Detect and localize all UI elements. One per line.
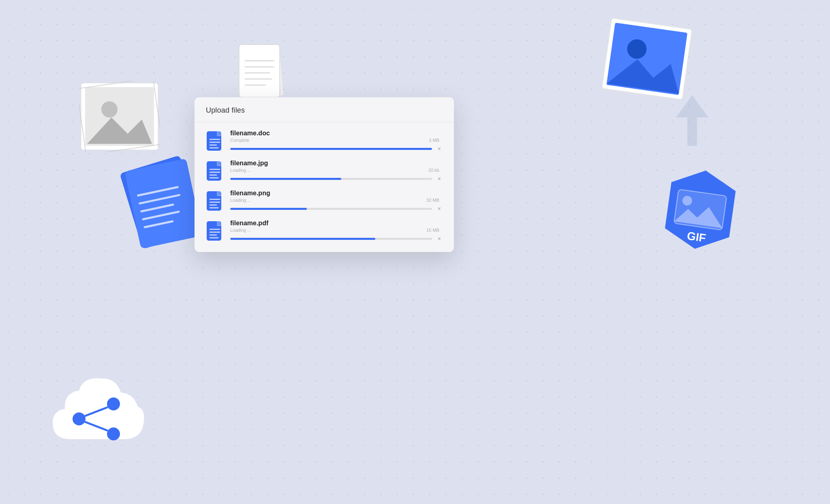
svg-marker-44	[217, 161, 222, 166]
file-name: filename.pdf	[230, 220, 443, 227]
progress-bar-fill	[230, 238, 375, 240]
file-meta: Loading ... 15 MB	[230, 228, 443, 233]
file-icon	[206, 130, 224, 152]
svg-point-34	[107, 427, 120, 440]
file-status: Loading ...	[230, 168, 251, 173]
progress-bar-bg	[230, 178, 432, 180]
svg-text:GIF: GIF	[686, 229, 707, 244]
file-name: filename.png	[230, 190, 443, 197]
file-info: filename.pdf Loading ... 15 MB ×	[230, 220, 443, 242]
file-item: filename.pdf Loading ... 15 MB ×	[206, 220, 443, 242]
dialog-header: Upload files	[195, 97, 454, 122]
upload-dialog: Upload files filename.doc Complete 3 MB …	[195, 97, 454, 252]
file-meta: Loading ... 32 MB	[230, 198, 443, 203]
progress-bar-fill	[230, 208, 307, 210]
progress-bar-fill	[230, 148, 432, 150]
deco-grey-photo	[79, 81, 160, 152]
deco-gif-badge: GIF	[659, 165, 742, 254]
svg-marker-38	[217, 131, 222, 136]
progress-bar-bg	[230, 208, 432, 210]
deco-upload-arrow	[668, 93, 717, 154]
file-size: 32 MB	[426, 198, 439, 203]
file-info: filename.doc Complete 3 MB ×	[230, 130, 443, 152]
file-meta: Loading ... 20 kb	[230, 168, 443, 173]
close-button[interactable]: ×	[436, 205, 443, 212]
file-status: Loading ...	[230, 228, 251, 233]
progress-row: ×	[230, 145, 443, 152]
progress-bar-fill	[230, 178, 341, 180]
svg-point-32	[73, 412, 86, 425]
progress-bar-bg	[230, 238, 432, 240]
file-status: Loading ...	[230, 198, 251, 203]
svg-marker-50	[217, 191, 222, 196]
dialog-body: filename.doc Complete 3 MB × filename.jp	[195, 122, 454, 252]
svg-point-33	[107, 397, 120, 410]
file-item: filename.doc Complete 3 MB ×	[206, 130, 443, 152]
file-icon	[206, 190, 224, 211]
progress-row: ×	[230, 235, 443, 242]
close-button[interactable]: ×	[436, 235, 443, 242]
file-item: filename.jpg Loading ... 20 kb ×	[206, 160, 443, 182]
file-icon	[206, 160, 224, 182]
file-name: filename.jpg	[230, 160, 443, 167]
dialog-title: Upload files	[206, 106, 245, 114]
svg-point-2	[101, 101, 118, 117]
close-button[interactable]: ×	[436, 145, 443, 152]
file-size: 15 MB	[426, 228, 439, 233]
file-info: filename.jpg Loading ... 20 kb ×	[230, 160, 443, 182]
deco-cloud-share	[45, 368, 150, 455]
svg-marker-26	[676, 95, 708, 117]
file-status: Complete	[230, 138, 249, 143]
svg-rect-19	[124, 158, 202, 249]
file-meta: Complete 3 MB	[230, 138, 443, 143]
deco-blue-photo	[598, 15, 697, 105]
file-size: 20 kb	[428, 168, 439, 173]
svg-rect-25	[687, 117, 697, 146]
svg-rect-7	[239, 45, 280, 97]
progress-row: ×	[230, 175, 443, 182]
file-info: filename.png Loading ... 32 MB ×	[230, 190, 443, 212]
file-icon	[206, 220, 224, 241]
progress-row: ×	[230, 205, 443, 212]
file-size: 3 MB	[429, 138, 439, 143]
svg-marker-56	[217, 221, 222, 226]
progress-bar-bg	[230, 148, 432, 150]
file-name: filename.doc	[230, 130, 443, 137]
close-button[interactable]: ×	[436, 175, 443, 182]
file-item: filename.png Loading ... 32 MB ×	[206, 190, 443, 212]
